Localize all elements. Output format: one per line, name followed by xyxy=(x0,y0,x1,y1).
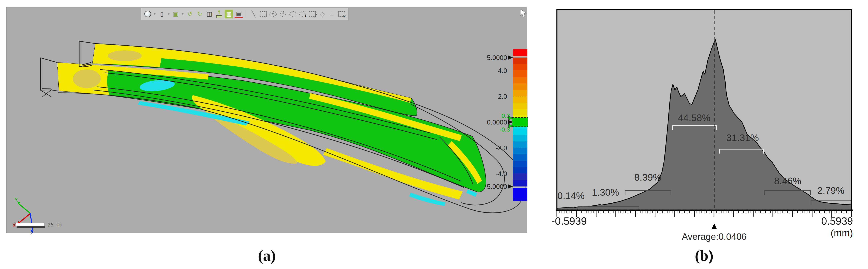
report-table-icon[interactable]: ▤ xyxy=(235,10,243,18)
percent-label: 0.14% xyxy=(557,191,585,201)
polygon-select-icon[interactable]: ◇ xyxy=(318,9,326,19)
shaded-view-icon[interactable] xyxy=(144,9,152,19)
box-view-icon[interactable]: ▯ xyxy=(158,9,166,19)
grid-view-icon[interactable]: ▦ xyxy=(225,9,233,19)
rotate-left-icon[interactable]: ↺ xyxy=(186,9,194,19)
percent-label: 31.31% xyxy=(726,133,759,143)
rotate-right-icon[interactable]: ↻ xyxy=(195,9,204,19)
x-max-label: 0.5939 xyxy=(821,215,853,227)
toolbar-separator xyxy=(246,10,246,18)
dropdown-caret-icon[interactable]: ▾ xyxy=(153,9,156,19)
stamp-select-icon[interactable]: ⊥ xyxy=(328,9,336,19)
line-select-icon[interactable]: ╲ xyxy=(249,9,258,19)
rectangle-select-icon[interactable] xyxy=(259,9,268,19)
caption-a: (a) xyxy=(6,247,527,264)
deviation-histogram: 0.14%1.30%8.39%44.58%31.31%8.46%2.79%-0.… xyxy=(0,0,868,269)
average-marker-icon xyxy=(712,224,717,229)
caption-b: (b) xyxy=(557,247,851,264)
lasso-select-icon[interactable] xyxy=(288,9,297,19)
ellipse-select-icon[interactable]: + xyxy=(269,9,277,19)
percent-label: 8.39% xyxy=(634,172,661,183)
split-view-icon[interactable]: ◫ xyxy=(205,9,214,19)
percent-label: 44.58% xyxy=(678,112,710,123)
dropdown-caret-icon[interactable]: ▾ xyxy=(181,9,184,19)
dropdown-caret-icon[interactable]: ▾ xyxy=(167,9,170,19)
pen-select-icon[interactable]: ╱ xyxy=(308,9,316,19)
percent-label: 2.79% xyxy=(817,185,844,196)
viewport-toolbar: ▾▯▾▣▾↺↻◫↑▦▤╲++▸╱◇⊥◎ xyxy=(141,8,348,20)
brush-select-icon[interactable]: ▸ xyxy=(298,9,307,19)
section-box-icon[interactable]: ▣ xyxy=(172,9,180,19)
percent-label: 1.30% xyxy=(592,187,619,198)
pull-direction-icon[interactable]: ↑ xyxy=(215,9,223,19)
x-unit-label: (mm) xyxy=(831,228,853,238)
percent-label: 8.46% xyxy=(774,176,801,186)
sphere-glyph xyxy=(144,10,151,18)
target-select-icon[interactable]: ◎ xyxy=(338,9,346,19)
x-min-label: -0.5939 xyxy=(552,215,587,227)
average-label: Average:0.0406 xyxy=(682,231,747,242)
circle-select-icon[interactable]: + xyxy=(279,9,287,19)
